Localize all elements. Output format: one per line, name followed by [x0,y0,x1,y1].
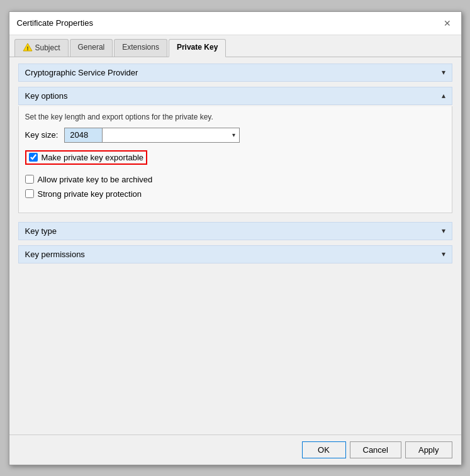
key-size-dropdown-area[interactable] [103,128,228,142]
apply-button[interactable]: Apply [405,441,452,458]
tab-extensions-label: Extensions [122,43,159,52]
tab-subject[interactable]: ! Subject [14,39,69,57]
dialog-title: Certificate Properties [17,18,93,28]
tab-content: Cryptographic Service Provider ▾ Key opt… [9,57,461,434]
tab-private-key-label: Private Key [177,43,218,52]
strong-protection-row: Strong private key protection [25,189,445,199]
title-bar: Certificate Properties ✕ [9,12,461,35]
exportable-row: Make private key exportable [25,150,148,165]
strong-protection-label[interactable]: Strong private key protection [38,189,142,199]
tab-subject-label: Subject [35,43,60,52]
csp-chevron-icon: ▾ [442,68,445,77]
warning-icon: ! [23,43,33,53]
key-options-description: Set the key length and export options fo… [25,113,445,121]
archived-row: Allow private key to be archived [25,175,445,184]
exportable-checkbox-container: Make private key exportable [25,150,445,170]
key-permissions-section-header[interactable]: Key permissions ▾ [18,245,452,263]
key-permissions-section: Key permissions ▾ [18,245,452,263]
csp-section: Cryptographic Service Provider ▾ [18,64,452,82]
key-size-select[interactable]: 2048 ▾ [64,128,240,143]
svg-text:!: ! [26,45,28,51]
key-size-row: Key size: 2048 ▾ [25,128,445,143]
tab-private-key[interactable]: Private Key [169,39,226,57]
strong-protection-checkbox[interactable] [25,189,34,198]
tab-general[interactable]: General [70,39,113,57]
key-type-section: Key type ▾ [18,222,452,240]
key-options-section: Key options ▴ Set the key length and exp… [18,87,452,213]
key-type-section-header[interactable]: Key type ▾ [18,222,452,240]
key-size-label: Key size: [25,130,59,140]
csp-section-header[interactable]: Cryptographic Service Provider ▾ [18,64,452,82]
key-permissions-label: Key permissions [25,250,85,259]
key-options-section-header[interactable]: Key options ▴ [18,87,452,105]
key-options-body: Set the key length and export options fo… [18,106,452,213]
exportable-label[interactable]: Make private key exportable [42,153,144,162]
key-options-chevron-icon: ▴ [442,91,445,100]
key-size-value: 2048 [65,128,103,142]
key-size-dropdown-arrow-icon: ▾ [228,130,239,140]
dialog-footer: OK Cancel Apply [9,434,461,465]
close-button[interactable]: ✕ [441,17,454,30]
tab-general-label: General [78,43,105,52]
ok-button[interactable]: OK [302,441,346,458]
key-options-label: Key options [25,91,68,101]
key-type-label: Key type [25,226,57,236]
cancel-button[interactable]: Cancel [350,441,401,458]
certificate-properties-dialog: Certificate Properties ✕ ! Subject Gener… [9,11,462,465]
csp-section-label: Cryptographic Service Provider [25,68,138,77]
key-type-chevron-icon: ▾ [442,226,445,235]
archived-label[interactable]: Allow private key to be archived [38,175,153,184]
archived-checkbox[interactable] [25,175,34,184]
exportable-checkbox[interactable] [29,153,38,162]
tab-strip: ! Subject General Extensions Private Key [9,35,461,57]
key-permissions-chevron-icon: ▾ [442,250,445,258]
tab-extensions[interactable]: Extensions [114,39,167,57]
